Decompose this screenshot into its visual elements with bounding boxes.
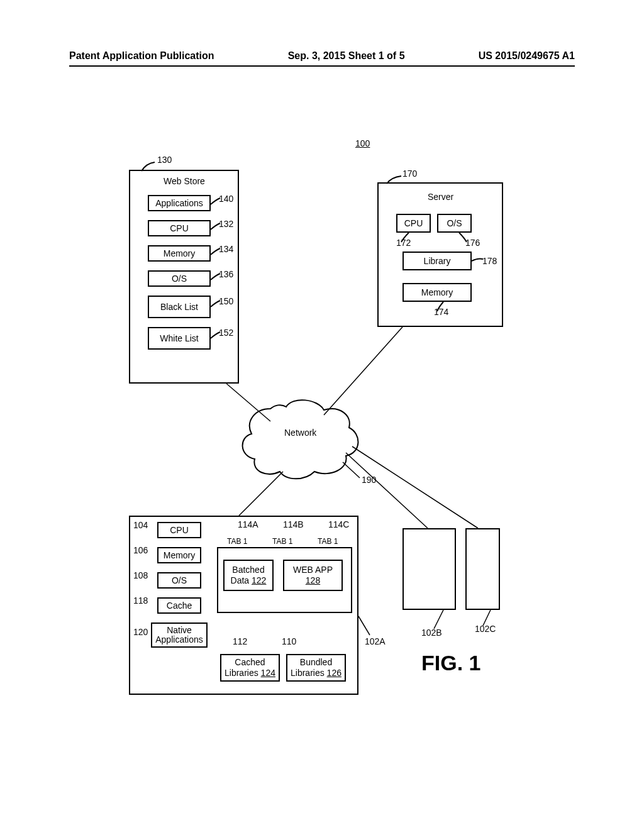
svg-line-9 [434,610,443,629]
figure-label: FIG. 1 [421,651,480,675]
svg-line-8 [358,616,370,635]
bundled-lib-box: BundledLibraries 126 [286,654,346,682]
bundled-lib-label: BundledLibraries 126 [291,657,341,678]
ref-102b: 102B [421,628,442,638]
ref-190: 190 [362,475,376,485]
ref-102c: 102C [475,624,496,634]
ref-114c: 114C [328,519,349,529]
svg-line-5 [343,462,360,478]
ref-104: 104 [133,520,148,530]
client-102b-box [402,528,456,610]
batched-box: BatchedData 122 [223,560,274,591]
cache-label: Cache [167,600,192,611]
ref-102a: 102A [365,636,386,646]
network-label: Network [284,428,316,438]
tab-1a: TAB 1 [227,537,247,546]
memory-label-client: Memory [164,550,196,560]
figure-1: 100 Web Store Applications CPU Memory O/… [94,113,535,742]
os-box-client: O/S [157,572,201,589]
page-header: Patent Application Publication Sep. 3, 2… [69,50,575,62]
tab-1b: TAB 1 [272,537,292,546]
webapp-label: WEB APP128 [293,565,333,586]
cpu-box-client: CPU [157,522,201,538]
native-apps-label: Native Applications [155,626,203,645]
tab-1c: TAB 1 [318,537,338,546]
batched-label: BatchedData 122 [231,565,267,586]
cache-box: Cache [157,597,201,614]
ref-108: 108 [133,570,148,580]
header-center: Sep. 3, 2015 Sheet 1 of 5 [288,50,405,62]
svg-line-4 [352,446,478,528]
native-apps-box: Native Applications [151,622,208,648]
ref-114b: 114B [283,519,304,529]
svg-line-2 [239,472,283,516]
ref-110: 110 [282,636,296,646]
memory-box-client: Memory [157,547,201,563]
ref-120: 120 [133,627,148,637]
cached-lib-box: CachedLibraries 124 [220,654,280,682]
ref-114a: 114A [238,519,258,529]
header-left: Patent Application Publication [69,50,214,62]
cpu-label-client: CPU [170,525,189,535]
header-right: US 2015/0249675 A1 [479,50,575,62]
os-label-client: O/S [172,575,187,585]
client-102c-box [465,528,500,610]
header-rule [69,65,575,67]
ref-112: 112 [233,636,247,646]
svg-line-1 [324,327,402,415]
cached-lib-label: CachedLibraries 124 [225,657,275,678]
svg-line-0 [226,384,270,421]
ref-106: 106 [133,545,148,555]
webapp-box: WEB APP128 [283,560,343,591]
ref-118: 118 [133,595,148,606]
